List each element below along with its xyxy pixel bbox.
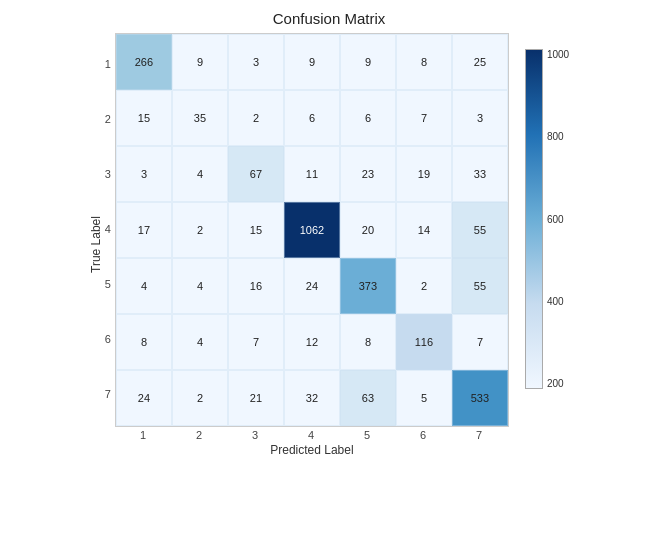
matrix-cell: 266 [116, 34, 172, 90]
colorbar-area: 1000800600400200 [525, 49, 569, 441]
matrix-cell: 6 [284, 90, 340, 146]
x-tick-label: 7 [451, 429, 507, 441]
matrix-cell: 1062 [284, 202, 340, 258]
matrix-cell: 2 [228, 90, 284, 146]
matrix-cell: 20 [340, 202, 396, 258]
x-ticks: 1234567 [115, 429, 507, 441]
matrix-cell: 2 [172, 202, 228, 258]
matrix-cell: 21 [228, 370, 284, 426]
y-tick-label: 2 [105, 92, 113, 147]
y-tick-label: 7 [105, 366, 113, 421]
matrix-cell: 35 [172, 90, 228, 146]
x-tick-label: 6 [395, 429, 451, 441]
x-tick-label: 5 [339, 429, 395, 441]
chart-container: Confusion Matrix True Label 1234567 2669… [0, 0, 658, 547]
matrix-cell: 6 [340, 90, 396, 146]
matrix-cell: 15 [228, 202, 284, 258]
matrix-cell: 8 [396, 34, 452, 90]
y-axis-label: True Label [89, 55, 103, 435]
y-ticks: 1234567 [105, 33, 113, 425]
x-axis-label: Predicted Label [115, 443, 509, 457]
matrix-cell: 4 [116, 258, 172, 314]
matrix-cell: 4 [172, 314, 228, 370]
matrix-cell: 14 [396, 202, 452, 258]
matrix-cell: 5 [396, 370, 452, 426]
chart-title: Confusion Matrix [273, 10, 386, 27]
y-tick-label: 1 [105, 37, 113, 92]
colorbar-row: 1000800600400200 [525, 49, 569, 389]
y-tick-label: 4 [105, 202, 113, 257]
x-tick-label: 3 [227, 429, 283, 441]
matrix-cell: 55 [452, 202, 508, 258]
y-tick-label: 3 [105, 147, 113, 202]
matrix-cell: 63 [340, 370, 396, 426]
matrix-grid: 2669399825153526673346711231933172151062… [115, 33, 509, 427]
x-tick-label: 4 [283, 429, 339, 441]
matrix-cell: 16 [228, 258, 284, 314]
matrix-area: 2669399825153526673346711231933172151062… [115, 33, 509, 457]
matrix-cell: 12 [284, 314, 340, 370]
matrix-cell: 2 [172, 370, 228, 426]
matrix-cell: 9 [172, 34, 228, 90]
matrix-cell: 8 [116, 314, 172, 370]
matrix-cell: 67 [228, 146, 284, 202]
matrix-cell: 33 [452, 146, 508, 202]
matrix-cell: 19 [396, 146, 452, 202]
colorbar-ticks: 1000800600400200 [547, 49, 569, 389]
y-tick-label: 5 [105, 256, 113, 311]
x-tick-label: 1 [115, 429, 171, 441]
matrix-cell: 116 [396, 314, 452, 370]
matrix-cell: 55 [452, 258, 508, 314]
matrix-cell: 373 [340, 258, 396, 314]
matrix-cell: 7 [396, 90, 452, 146]
matrix-cell: 3 [228, 34, 284, 90]
main-area: True Label 1234567 266939982515352667334… [89, 33, 569, 457]
colorbar-tick-label: 1000 [547, 49, 569, 60]
colorbar-tick-label: 800 [547, 131, 569, 142]
matrix-cell: 24 [284, 258, 340, 314]
matrix-cell: 11 [284, 146, 340, 202]
matrix-cell: 8 [340, 314, 396, 370]
matrix-cell: 9 [340, 34, 396, 90]
matrix-cell: 3 [116, 146, 172, 202]
matrix-cell: 15 [116, 90, 172, 146]
matrix-cell: 17 [116, 202, 172, 258]
colorbar-tick-label: 600 [547, 214, 569, 225]
matrix-cell: 7 [228, 314, 284, 370]
matrix-cell: 25 [452, 34, 508, 90]
matrix-cell: 533 [452, 370, 508, 426]
matrix-cell: 3 [452, 90, 508, 146]
matrix-cell: 4 [172, 258, 228, 314]
matrix-cell: 4 [172, 146, 228, 202]
matrix-cell: 9 [284, 34, 340, 90]
matrix-and-yticks: 1234567 26693998251535266733467112319331… [105, 33, 509, 457]
colorbar-tick-label: 200 [547, 378, 569, 389]
matrix-cell: 32 [284, 370, 340, 426]
colorbar-tick-label: 400 [547, 296, 569, 307]
y-tick-label: 6 [105, 311, 113, 366]
matrix-cell: 7 [452, 314, 508, 370]
colorbar [525, 49, 543, 389]
matrix-cell: 24 [116, 370, 172, 426]
matrix-cell: 23 [340, 146, 396, 202]
x-tick-label: 2 [171, 429, 227, 441]
matrix-cell: 2 [396, 258, 452, 314]
